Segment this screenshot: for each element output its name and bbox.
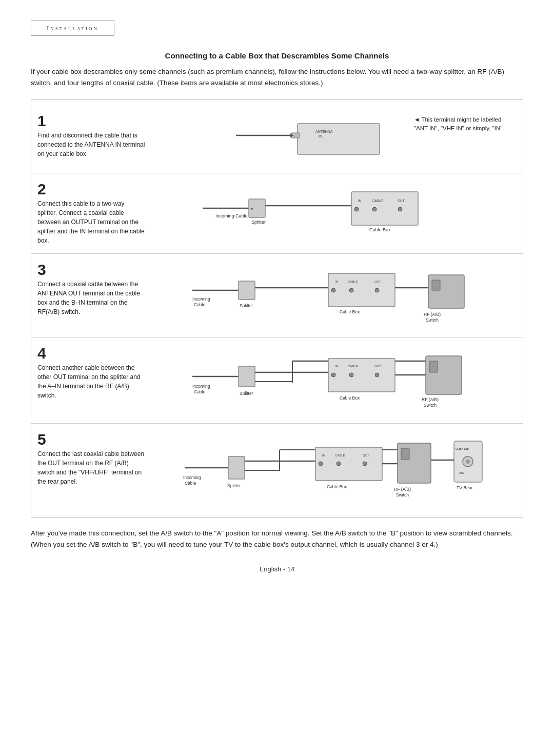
svg-text:Cable: Cable <box>194 302 205 307</box>
svg-text:Incoming Cable: Incoming Cable <box>215 213 248 218</box>
svg-point-73 <box>337 462 341 466</box>
svg-point-16 <box>398 207 402 211</box>
svg-text:Cable: Cable <box>194 389 205 394</box>
svg-point-50 <box>349 373 353 377</box>
svg-text:Cable Box: Cable Box <box>340 395 360 401</box>
svg-text:Incoming: Incoming <box>192 296 210 302</box>
svg-text:RF (A/B): RF (A/B) <box>424 312 441 317</box>
section-title: Connecting to a Cable Box that Descrambl… <box>31 51 523 60</box>
step-1: 1 Find and disconnect the cable that is … <box>31 105 523 173</box>
svg-text:OUT: OUT <box>374 280 381 283</box>
svg-text:Cable: Cable <box>185 481 196 486</box>
steps-container: 1 Find and disconnect the cable that is … <box>31 100 523 518</box>
page-number: English - 14 <box>31 565 523 573</box>
svg-rect-45 <box>328 359 395 392</box>
svg-point-49 <box>331 373 335 377</box>
step-2: 2 Connect this cable to a two-way splitt… <box>31 173 523 254</box>
svg-rect-63 <box>228 456 245 479</box>
svg-text:IN: IN <box>319 134 322 138</box>
step-5: 5 Connect the last coaxial cable between… <box>31 424 523 512</box>
svg-text:CABLE: CABLE <box>335 454 345 457</box>
step-5-diagram: IN CABLE OUT VHF/UHF 75Ω <box>150 432 517 504</box>
svg-point-72 <box>319 462 323 466</box>
svg-text:VHF/UHF: VHF/UHF <box>456 448 469 451</box>
svg-text:Switch: Switch <box>396 492 409 498</box>
svg-rect-40 <box>239 366 255 387</box>
svg-text:TV Rear: TV Rear <box>457 485 473 490</box>
svg-text:OUT: OUT <box>398 199 405 203</box>
step-4-desc: Connect another cable between the other … <box>37 363 145 400</box>
step-3-desc: Connect a coaxial cable between the ANTE… <box>37 280 145 316</box>
svg-rect-54 <box>429 361 438 372</box>
step-1-note: ◄ This terminal might be labelled "ANT I… <box>414 115 517 133</box>
svg-text:RF (A/B): RF (A/B) <box>394 487 411 492</box>
svg-point-27 <box>331 288 335 292</box>
svg-point-51 <box>375 373 379 377</box>
svg-text:RF (A/B): RF (A/B) <box>422 397 439 402</box>
step-5-number: 5 <box>37 432 145 447</box>
svg-text:IN: IN <box>358 199 362 203</box>
svg-text:CABLE: CABLE <box>348 280 358 283</box>
svg-text:IN: IN <box>335 280 338 283</box>
svg-point-29 <box>375 288 379 292</box>
svg-text:Splitter: Splitter <box>227 483 241 488</box>
intro-text: If your cable box descrambles only some … <box>31 66 523 88</box>
svg-text:Cable Box: Cable Box <box>340 309 360 314</box>
step-2-number: 2 <box>37 182 145 197</box>
step-3-number: 3 <box>37 262 145 277</box>
page-header: Installation <box>31 21 114 36</box>
svg-text:OUT: OUT <box>374 365 381 368</box>
svg-point-74 <box>363 462 367 466</box>
svg-text:Incoming: Incoming <box>192 384 210 389</box>
step-4-number: 4 <box>37 346 145 361</box>
svg-rect-32 <box>432 280 440 290</box>
svg-text:Splitter: Splitter <box>240 303 253 308</box>
step-1-diagram: ANTENNA IN ◄ This terminal might be labe… <box>150 113 517 165</box>
step-1-desc: Find and disconnect the cable that is co… <box>37 131 145 158</box>
svg-rect-21 <box>239 281 255 300</box>
svg-text:Cable Box: Cable Box <box>369 227 391 232</box>
svg-rect-23 <box>328 273 395 307</box>
svg-text:IN: IN <box>322 454 325 457</box>
svg-rect-10 <box>351 192 418 225</box>
svg-text:Incoming: Incoming <box>183 475 201 480</box>
svg-rect-68 <box>315 447 382 481</box>
step-4: 4 Connect another cable between the othe… <box>31 337 523 424</box>
svg-text:●: ● <box>251 207 253 210</box>
svg-point-15 <box>372 207 377 211</box>
header-title: Installation <box>47 24 98 32</box>
svg-text:Switch: Switch <box>426 317 439 323</box>
step-4-diagram: IN CABLE OUT Incoming Cable Splitter Cab… <box>150 346 517 415</box>
svg-text:IN: IN <box>335 365 338 368</box>
svg-text:CABLE: CABLE <box>372 199 383 203</box>
step-2-diagram: ● IN CABLE OUT Incoming Cable Splitter C… <box>150 182 517 245</box>
svg-rect-0 <box>298 124 380 154</box>
step-5-desc: Connect the last coaxial cable between t… <box>37 449 145 486</box>
svg-point-83 <box>466 460 470 464</box>
step-1-number: 1 <box>37 113 145 129</box>
svg-text:Splitter: Splitter <box>240 391 253 396</box>
svg-text:ANTENNA: ANTENNA <box>315 130 333 133</box>
svg-rect-77 <box>401 448 409 460</box>
svg-text:OUT: OUT <box>363 454 369 457</box>
svg-point-14 <box>354 207 359 211</box>
step-2-desc: Connect this cable to a two-way splitter… <box>37 199 145 245</box>
svg-text:75Ω: 75Ω <box>459 471 465 474</box>
svg-text:Cable Box: Cable Box <box>327 484 347 489</box>
footer-text: After you've made this connection, set t… <box>31 528 523 550</box>
step-3: 3 Connect a coaxial cable between the AN… <box>31 254 523 337</box>
svg-text:CABLE: CABLE <box>348 365 358 368</box>
svg-text:Splitter: Splitter <box>251 220 266 225</box>
svg-point-28 <box>349 288 353 292</box>
svg-text:Switch: Switch <box>424 403 437 408</box>
step-3-diagram: IN CABLE OUT Incoming Cable Splitter Cab… <box>150 262 517 329</box>
